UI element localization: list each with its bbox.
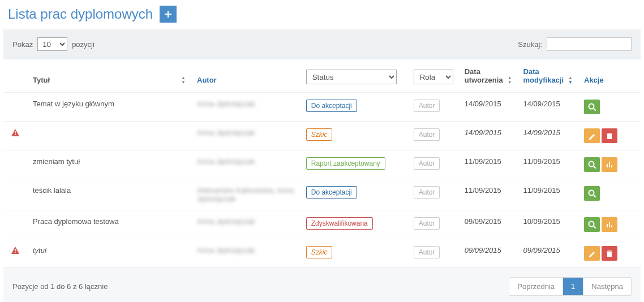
cell-actions (578, 179, 641, 210)
thesis-table: Tytuł▲▼ Autor Status Rola Data utworzeni… (3, 59, 641, 268)
cell-created: 14/09/2015 (459, 122, 518, 150)
cell-status: Do akceptacji (300, 93, 408, 122)
table-row: Praca dyplomowa testowa Anna Jędrzejczak… (3, 210, 641, 239)
table-row: Anna Jędrzejczak Szkic Autor 14/09/2015 … (3, 122, 641, 150)
report-icon (606, 221, 613, 228)
cell-author: Aleksandra Kalinowska, Anna Jędrzejczak (191, 179, 300, 210)
warning-icon (11, 131, 20, 139)
cell-title: Praca dyplomowa testowa (22, 210, 191, 239)
warning-icon (11, 248, 20, 257)
delete-button[interactable] (602, 128, 617, 143)
col-modified[interactable]: Data modyfikacji▲▼ (518, 59, 578, 93)
edit-button[interactable] (584, 246, 600, 261)
cell-modified: 11/09/2015 (518, 150, 578, 179)
cell-author: Anna Jędrzejczak (191, 150, 300, 179)
status-badge: Raport zaakceptowany (306, 157, 385, 170)
cell-role: Autor (408, 93, 459, 122)
cell-status: Szkic (300, 239, 408, 268)
table-footer: Pozycje od 1 do 6 z 6 łącznie Poprzednia… (3, 268, 641, 302)
cell-created: 09/09/2015 (459, 239, 518, 268)
cell-created: 11/09/2015 (459, 150, 518, 179)
cell-created: 11/09/2015 (459, 179, 518, 210)
status-filter[interactable]: Status (306, 70, 397, 84)
cell-actions (578, 150, 641, 179)
search-input[interactable] (547, 37, 632, 51)
col-status: Status (300, 59, 408, 93)
role-badge: Autor (414, 217, 440, 230)
cell-created: 09/09/2015 (459, 210, 518, 239)
entries-label: pozycji (72, 40, 95, 49)
status-badge: Szkic (306, 246, 333, 258)
page-title: Lista prac dyplomowych (8, 6, 153, 22)
cell-status: Do akceptacji (300, 179, 408, 210)
role-filter[interactable]: Rola (414, 70, 453, 84)
edit-button[interactable] (584, 128, 600, 143)
sort-icon: ▲▼ (181, 76, 186, 84)
table-row: zmieniam tytuł Anna Jędrzejczak Raport z… (3, 150, 641, 179)
view-icon (588, 189, 596, 197)
cell-author: Anna Jędrzejczak (191, 122, 300, 150)
col-created[interactable]: Data utworzenia▲▼ (459, 59, 518, 93)
col-warning (3, 59, 22, 93)
cell-title: tytuł (22, 239, 191, 268)
cell-role: Autor (408, 179, 459, 210)
cell-role: Autor (408, 239, 459, 268)
cell-author: Anna Jędrzejczak (191, 210, 300, 239)
cell-modified: 10/09/2015 (518, 210, 578, 239)
view-button[interactable] (584, 186, 600, 201)
view-button[interactable] (584, 100, 600, 114)
pager-next[interactable]: Następna (583, 278, 631, 295)
col-title[interactable]: Tytuł▲▼ (22, 59, 191, 93)
view-icon (588, 221, 596, 228)
cell-author: Anna Jędrzejczak (191, 239, 300, 268)
report-button[interactable] (602, 157, 617, 172)
table-row: teścik lalala Aleksandra Kalinowska, Ann… (3, 179, 641, 210)
delete-button[interactable] (602, 246, 617, 261)
cell-role: Autor (408, 122, 459, 150)
edit-icon (588, 132, 596, 140)
view-icon (588, 161, 596, 169)
edit-icon (588, 249, 596, 257)
cell-status: Szkic (300, 122, 408, 150)
role-badge: Autor (414, 186, 440, 199)
role-badge: Autor (414, 100, 440, 112)
view-button[interactable] (584, 157, 600, 172)
cell-modified: 14/09/2015 (518, 93, 578, 122)
cell-modified: 14/09/2015 (518, 122, 578, 150)
status-badge: Szkic (306, 128, 333, 141)
report-icon (606, 161, 613, 169)
plus-icon (164, 10, 172, 18)
table-row: tytuł Anna Jędrzejczak Szkic Autor 09/09… (3, 239, 641, 268)
cell-status: Zdyskwalifikowana (300, 210, 408, 239)
table-row: Temat w języku głównym Anna Jędrzejczak … (3, 93, 641, 122)
table-toolbar: Pokaż 102550100 pozycji Szukaj: (3, 29, 641, 59)
footer-info: Pozycje od 1 do 6 z 6 łącznie (12, 282, 108, 291)
cell-modified: 11/09/2015 (518, 179, 578, 210)
cell-title: teścik lalala (22, 179, 191, 210)
show-label: Pokaż (12, 40, 33, 49)
cell-title: Temat w języku głównym (22, 93, 191, 122)
sort-icon: ▲▼ (508, 76, 512, 84)
cell-role: Autor (408, 150, 459, 179)
view-icon (588, 103, 596, 111)
cell-author: Anna Jędrzejczak (191, 93, 300, 122)
cell-status: Raport zaakceptowany (300, 150, 408, 179)
cell-actions (578, 239, 641, 268)
search-label: Szukaj: (518, 40, 542, 49)
delete-icon (606, 132, 613, 140)
pager: Poprzednia 1 Następna (509, 277, 632, 296)
cell-title (22, 122, 191, 150)
role-badge: Autor (414, 157, 440, 170)
report-button[interactable] (602, 217, 617, 232)
pager-page-1[interactable]: 1 (563, 278, 583, 295)
cell-modified: 09/09/2015 (518, 239, 578, 268)
status-badge: Zdyskwalifikowana (306, 217, 373, 230)
add-button[interactable] (160, 6, 177, 23)
status-badge: Do akceptacji (306, 186, 357, 199)
status-badge: Do akceptacji (306, 100, 357, 112)
page-size-select[interactable]: 102550100 (37, 37, 67, 51)
cell-actions (578, 93, 641, 122)
view-button[interactable] (584, 217, 600, 232)
col-author[interactable]: Autor (191, 59, 300, 93)
pager-prev[interactable]: Poprzednia (509, 278, 563, 295)
